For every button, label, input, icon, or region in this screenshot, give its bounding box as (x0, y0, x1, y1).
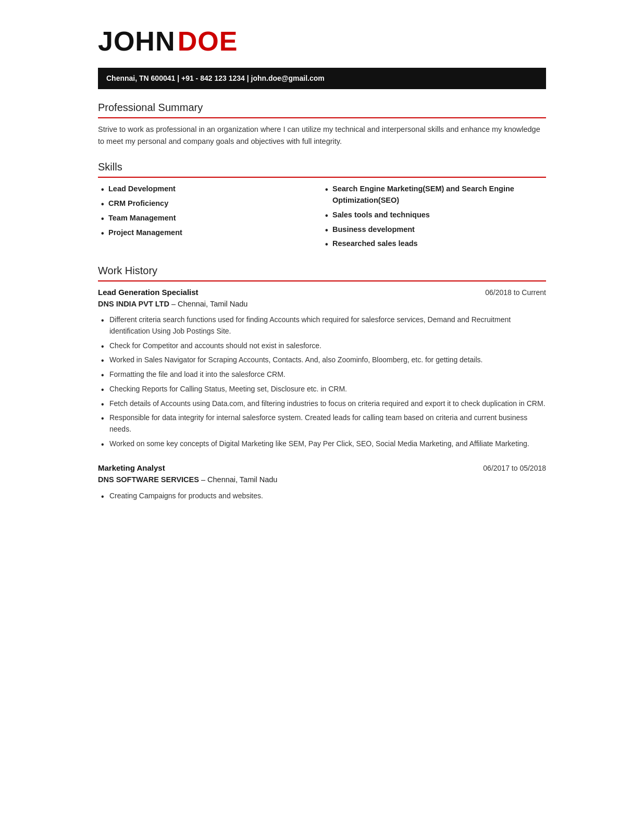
summary-body: Strive to work as professional in an org… (98, 124, 546, 148)
job-bullets: Different criteria search functions used… (98, 313, 546, 451)
job-bullet: Worked in Sales Navigator for Scraping A… (98, 353, 546, 367)
skill-item: Lead Development (98, 182, 322, 197)
job-bullet: Creating Campaigns for products and webs… (98, 489, 546, 504)
skill-item: Team Management (98, 211, 322, 226)
job-dates: 06/2017 to 05/2018 (483, 463, 546, 474)
skills-col-1: Lead DevelopmentCRM ProficiencyTeam Mana… (98, 182, 322, 251)
summary-section: Professional Summary Strive to work as p… (98, 100, 546, 148)
job-bullets: Creating Campaigns for products and webs… (98, 489, 546, 504)
job-entry: Marketing Analyst06/2017 to 05/2018DNS S… (98, 462, 546, 503)
skills-list-2: Search Engine Marketing(SEM) and Search … (322, 182, 546, 251)
skills-list-1: Lead DevelopmentCRM ProficiencyTeam Mana… (98, 182, 322, 240)
last-name: DOE (178, 26, 238, 56)
job-bullet: Fetch details of Accounts using Data.com… (98, 397, 546, 411)
resume-container: JOHN DOE Chennai, TN 600041 | +91 - 842 … (72, 0, 572, 541)
job-company-line: DNS INDIA PVT LTD – Chennai, Tamil Nadu (98, 299, 546, 310)
job-company-name: DNS SOFTWARE SERVICES (98, 475, 199, 484)
skills-col-2: Search Engine Marketing(SEM) and Search … (322, 182, 546, 251)
contact-info: Chennai, TN 600041 | +91 - 842 123 1234 … (106, 74, 325, 82)
skills-grid: Lead DevelopmentCRM ProficiencyTeam Mana… (98, 182, 546, 251)
skills-section: Skills Lead DevelopmentCRM ProficiencyTe… (98, 159, 546, 251)
contact-bar: Chennai, TN 600041 | +91 - 842 123 1234 … (98, 68, 546, 89)
skill-item: Project Management (98, 226, 322, 240)
skills-title: Skills (98, 159, 546, 178)
skill-item: Sales tools and techniques (322, 208, 546, 223)
job-company-name: DNS INDIA PVT LTD (98, 300, 169, 308)
work-history-title: Work History (98, 263, 546, 281)
summary-text: Strive to work as professional in an org… (98, 124, 546, 148)
first-name: JOHN (98, 26, 175, 56)
summary-title: Professional Summary (98, 100, 546, 118)
skill-item: CRM Proficiency (98, 197, 322, 211)
job-bullet: Formatting the file and load it into the… (98, 367, 546, 382)
job-bullet: Responsible for data integrity for inter… (98, 411, 546, 436)
job-title: Marketing Analyst (98, 462, 165, 474)
skill-item: Researched sales leads (322, 237, 546, 251)
jobs-container: Lead Generation Specialist06/2018 to Cur… (98, 287, 546, 503)
job-bullet: Checking Reports for Calling Status, Mee… (98, 382, 546, 397)
job-header: Marketing Analyst06/2017 to 05/2018 (98, 462, 546, 474)
skill-item: Search Engine Marketing(SEM) and Search … (322, 182, 546, 208)
work-history-section: Work History Lead Generation Specialist0… (98, 263, 546, 503)
job-header: Lead Generation Specialist06/2018 to Cur… (98, 287, 546, 299)
job-bullet: Check for Competitor and accounts should… (98, 339, 546, 353)
job-company-line: DNS SOFTWARE SERVICES – Chennai, Tamil N… (98, 474, 546, 486)
job-bullet: Worked on some key concepts of Digital M… (98, 437, 546, 451)
job-title: Lead Generation Specialist (98, 287, 199, 299)
job-dates: 06/2018 to Current (485, 287, 546, 298)
job-bullet: Different criteria search functions used… (98, 313, 546, 338)
name-block: JOHN DOE (98, 21, 546, 62)
job-entry: Lead Generation Specialist06/2018 to Cur… (98, 287, 546, 451)
skill-item: Business development (322, 223, 546, 237)
